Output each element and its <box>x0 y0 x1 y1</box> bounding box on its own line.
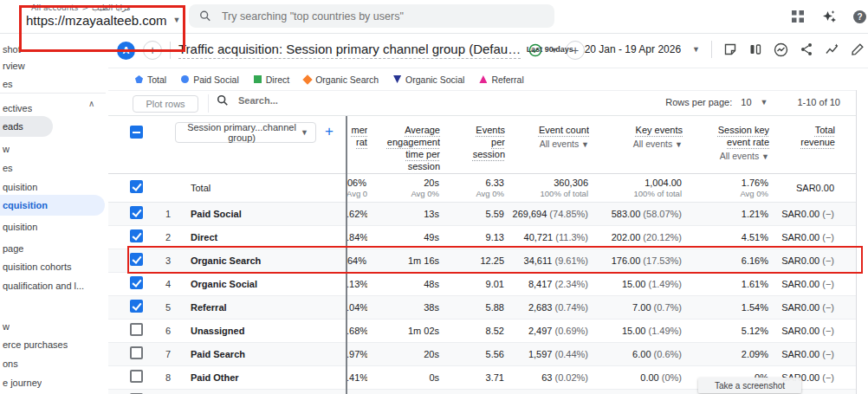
table-row[interactable]: 7 Paid Search .97% 20s 5.56 1,597 (0.44%… <box>108 343 868 366</box>
sidebar-item-overview-2[interactable]: w <box>0 317 10 336</box>
add-property-button[interactable]: + <box>143 41 162 60</box>
avatar[interactable]: A <box>117 42 135 60</box>
chevron-up-icon[interactable]: ∧ <box>88 99 94 108</box>
sidebar-item[interactable]: w <box>0 139 10 158</box>
row-checkbox[interactable] <box>130 370 143 383</box>
table-row[interactable]: 6 Unassigned .68% 1m 02s 8.52 2,497 (0.6… <box>108 320 868 343</box>
edit-pencil-icon[interactable] <box>851 42 865 56</box>
plot-rows-button[interactable]: Plot rows <box>133 95 198 113</box>
event-count-filter[interactable]: All events ▼ <box>505 138 589 150</box>
add-dimension-button[interactable]: + <box>325 123 334 140</box>
col-header-event-count[interactable]: Event count All events ▼ <box>505 124 589 172</box>
select-all-checkbox[interactable] <box>130 126 143 139</box>
table-row[interactable]: 1 Paid Social .62% 13s 5.59 269,694 (74.… <box>108 203 868 226</box>
report-header: A + Traffic acquisition: Session primary… <box>108 33 868 68</box>
report-nav-sidebar: shot rview es ectives ∧ eads w es quisit… <box>0 33 108 394</box>
insights-icon[interactable] <box>774 42 788 57</box>
help-icon[interactable]: ? <box>852 10 867 24</box>
breadcrumb[interactable]: All accounts > مزايا الطيب <box>31 3 131 12</box>
table-search-input[interactable] <box>236 94 344 107</box>
rows-per-page-label: Rows per page: <box>665 97 732 107</box>
global-search-bar[interactable] <box>189 4 554 28</box>
apps-grid-icon[interactable] <box>791 10 805 23</box>
circle-marker-icon <box>181 75 189 83</box>
col-header-events-per-session[interactable]: Events per session <box>440 124 505 172</box>
sidebar-item-landing-page[interactable]: page <box>0 239 23 258</box>
gemini-sparkle-icon[interactable] <box>822 10 837 24</box>
take-screenshot-tooltip[interactable]: Take a screenshot <box>698 378 801 393</box>
col-header-total-revenue[interactable]: Total revenue <box>769 124 835 172</box>
trending-insights-icon[interactable] <box>825 42 839 56</box>
row-checkbox[interactable] <box>130 346 143 359</box>
diamond-marker-icon <box>302 74 312 84</box>
row-checkbox[interactable] <box>130 206 143 219</box>
sidebar-section-objectives[interactable]: ectives <box>0 99 32 118</box>
legend-item-referral[interactable]: Referral <box>479 74 523 85</box>
report-title[interactable]: Traffic acquisition: Session primary cha… <box>178 42 521 59</box>
sidebar-item-acquisition[interactable]: quisition <box>0 178 37 197</box>
legend-item-total[interactable]: Total <box>135 74 166 85</box>
divider <box>711 41 712 58</box>
sidebar-item-user-acquisition[interactable]: quisition <box>0 217 37 236</box>
row-checkbox[interactable] <box>130 276 143 289</box>
triangle-down-marker-icon <box>393 75 401 83</box>
table-scrollbar-gutter[interactable] <box>856 90 868 394</box>
column-divider-line[interactable] <box>346 116 347 394</box>
sidebar-item-acquisition-cohorts[interactable]: quisition cohorts <box>0 257 72 276</box>
share-icon[interactable] <box>800 42 813 56</box>
chevron-down-icon[interactable]: ▼ <box>692 46 700 54</box>
search-icon <box>217 94 229 107</box>
breadcrumb-all-accounts[interactable]: All accounts <box>31 3 79 12</box>
row-checkbox[interactable] <box>130 229 143 242</box>
chevron-down-icon: ▼ <box>173 16 181 24</box>
property-name[interactable]: https://mzayaalteeb.com <box>26 13 167 28</box>
legend-item-organic-social[interactable]: Organic Social <box>393 74 464 85</box>
chevron-down-icon[interactable]: ▼ <box>761 99 768 107</box>
note-icon[interactable] <box>723 42 737 56</box>
pentagon-marker-icon <box>135 75 143 83</box>
global-search-input[interactable] <box>220 10 544 23</box>
sidebar-item-traffic-acquisition-active[interactable]: cquisition <box>0 195 105 216</box>
table-row[interactable]: 2 Direct .84% 49s 9.13 40,721 (11.3%) 20… <box>108 226 868 249</box>
sidebar-item[interactable]: es <box>0 158 13 178</box>
date-preset-label: Last 90 days <box>527 45 573 54</box>
property-selector[interactable]: https://mzayaalteeb.com ▼ <box>26 13 181 28</box>
legend-item-organic-search[interactable]: Organic Search <box>304 74 379 85</box>
table-row[interactable]: 4 Organic Social .13% 48s 9.01 8,417 (2.… <box>108 273 868 296</box>
total-row-checkbox[interactable] <box>130 180 143 193</box>
comparison-icon[interactable] <box>748 42 762 56</box>
sidebar-item-promotions[interactable]: ons <box>0 354 18 373</box>
legend-item-paid-social[interactable]: Paid Social <box>181 74 239 85</box>
legend-item-direct[interactable]: Direct <box>254 74 289 85</box>
key-events-filter[interactable]: All events ▼ <box>589 138 683 150</box>
breadcrumb-separator: > <box>82 3 89 12</box>
col-header-session-key-event-rate[interactable]: Session key event rate All events ▼ <box>683 124 769 172</box>
divider <box>170 42 171 59</box>
table-toolbar: Plot rows Rows per page: 10 ▼ 1-10 of 10 <box>108 90 868 116</box>
top-app-bar: All accounts > مزايا الطيب https://mzaya… <box>0 0 868 34</box>
row-checkbox[interactable] <box>130 300 143 313</box>
row-checkbox[interactable] <box>130 253 143 266</box>
sidebar-item-purchase-journey[interactable]: e journey <box>0 373 42 392</box>
session-key-event-rate-filter[interactable]: All events ▼ <box>683 150 769 162</box>
col-header-engagement-rate[interactable]: ment rate <box>347 124 367 172</box>
chevron-down-icon: ▼ <box>301 129 308 137</box>
col-header-avg-engagement-time[interactable]: Average engagement time per session <box>367 124 440 172</box>
date-range[interactable]: 20 Jan - 19 Apr 2026 <box>585 43 681 55</box>
square-marker-icon <box>254 75 262 83</box>
dimension-selector-button[interactable]: Session primary...channel group) ▼ <box>175 122 316 143</box>
rows-per-page-value[interactable]: 10 <box>741 97 751 107</box>
col-header-key-events[interactable]: Key events All events ▼ <box>589 124 683 172</box>
table-search[interactable] <box>217 94 344 107</box>
breadcrumb-account-name[interactable]: مزايا الطيب <box>92 3 131 12</box>
sidebar-item-overview[interactable]: rview <box>0 56 25 75</box>
row-checkbox[interactable] <box>130 323 143 336</box>
table-row-organic-search[interactable]: 3 Organic Search 64% 1m 16s 12.25 34,611… <box>108 249 868 273</box>
sidebar-item-pages[interactable]: es <box>0 74 13 94</box>
table-header: Session primary...channel group) ▼ + men… <box>108 116 868 174</box>
triangle-up-marker-icon <box>479 75 487 83</box>
sidebar-item-lead-qualification[interactable]: qualification and l... <box>0 276 84 295</box>
sidebar-item-generate-leads[interactable]: eads <box>0 116 53 137</box>
sidebar-item-ecommerce-purchases[interactable]: erce purchases <box>0 335 68 354</box>
table-row[interactable]: 5 Referral .04% 38s 5.88 2,683 (0.74%) 7… <box>108 296 868 320</box>
